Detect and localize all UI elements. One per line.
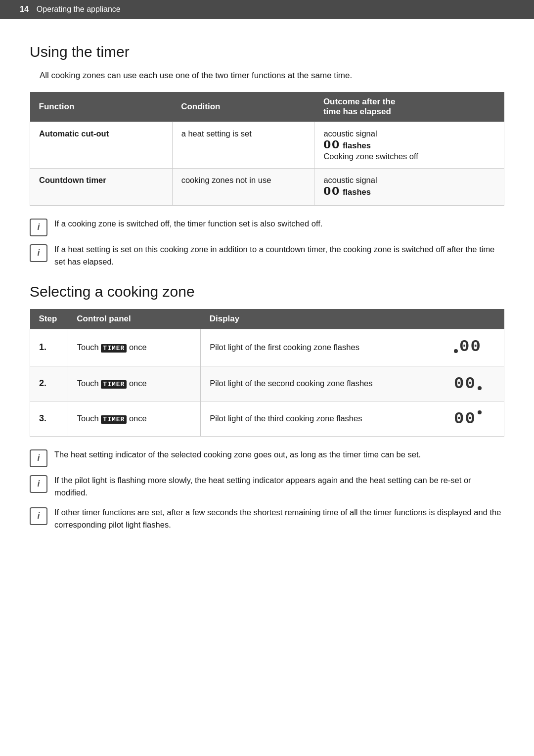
header-bar: 14 Operating the appliance [0,0,534,19]
timer-keyword-1: TIMER [101,344,127,353]
using-timer-title: Using the timer [30,44,504,60]
table-row: Countdown timer cooking zones not in use… [30,168,504,205]
display-cell-2: Pilot light of the second cooking zone f… [201,366,504,401]
step-row-2: 2. Touch TIMER once Pilot light of the s… [30,366,504,401]
step-header: Step [30,309,68,329]
step-num-2: 2. [30,366,68,401]
step-row-3: 3. Touch TIMER once Pilot light of the t… [30,401,504,436]
timer-col-outcome: Outcome after thetime has elapsed [314,92,504,122]
timer-keyword-3: TIMER [101,415,127,424]
control-cell-2: Touch TIMER once [68,366,201,401]
display-text-3: Pilot light of the third cooking zone fl… [210,414,441,423]
display-00-2: 𝟬𝟬 [323,186,340,198]
info-icon-5: i [30,507,47,525]
display-header: Display [201,309,504,329]
page-number: 14 [20,5,29,14]
display-text-1: Pilot light of the first cooking zone fl… [210,343,441,352]
timer-col-condition: Condition [172,92,314,122]
info-box-3: i The heat setting indicator of the sele… [30,448,504,467]
info-icon-4: i [30,475,47,493]
timer-function-table: Function Condition Outcome after thetime… [30,92,504,206]
outcome-cell-2: acoustic signal 𝟬𝟬 flashes [314,168,504,205]
info-box-1: i If a cooking zone is switched off, the… [30,218,504,236]
info-box-2: i If a heat setting is set on this cooki… [30,243,504,268]
display-00-1: 𝟬𝟬 [323,139,340,152]
info-box-5: i If other timer functions are set, afte… [30,506,504,532]
display-text-2: Pilot light of the second cooking zone f… [210,379,441,388]
timer-keyword-2: TIMER [101,380,127,389]
control-cell-1: Touch TIMER once [68,329,201,366]
info-box-4: i If the pilot light is flashing more sl… [30,474,504,499]
info-text-2: If a heat setting is set on this cooking… [54,243,504,268]
selecting-zone-section: Selecting a cooking zone Step Control pa… [30,283,504,532]
step-num-1: 1. [30,329,68,366]
control-header: Control panel [68,309,201,329]
bottom-info-section: i The heat setting indicator of the sele… [30,448,504,532]
info-text-3: The heat setting indicator of the select… [54,448,421,461]
display-symbol-1: 00 [441,337,495,358]
header-title: Operating the appliance [37,5,121,14]
control-cell-3: Touch TIMER once [68,401,201,436]
table-row: Automatic cut-out a heat setting is set … [30,122,504,168]
step-row-1: 1. Touch TIMER once Pilot light of the f… [30,329,504,366]
function-cell-2: Countdown timer [30,168,173,205]
info-text-5: If other timer functions are set, after … [54,506,504,532]
step-num-3: 3. [30,401,68,436]
flashes-label-1: flashes [343,141,371,150]
display-cell-3: Pilot light of the third cooking zone fl… [201,401,504,436]
selecting-zone-title: Selecting a cooking zone [30,283,504,300]
info-icon-3: i [30,449,47,467]
info-icon-1: i [30,219,47,236]
condition-cell-2: cooking zones not in use [172,168,314,205]
condition-cell-1: a heat setting is set [172,122,314,168]
function-cell-1: Automatic cut-out [30,122,173,168]
info-text-4: If the pilot light is flashing more slow… [54,474,504,499]
content-area: Using the timer All cooking zones can us… [0,19,534,558]
page-wrapper: 14 Operating the appliance Using the tim… [0,0,534,756]
timer-col-function: Function [30,92,173,122]
display-cell-1: Pilot light of the first cooking zone fl… [201,329,504,366]
outcome-cell-1: acoustic signal 𝟬𝟬 flashes Cooking zone … [314,122,504,168]
flashes-label-2: flashes [343,187,371,196]
info-icon-2: i [30,244,47,262]
display-symbol-2: 00 [441,374,495,393]
display-symbol-3: 00 [441,409,495,428]
steps-table: Step Control panel Display 1. Touch TIME… [30,309,504,437]
intro-paragraph: All cooking zones can use each use one o… [40,69,504,82]
info-text-1: If a cooking zone is switched off, the t… [54,218,322,230]
